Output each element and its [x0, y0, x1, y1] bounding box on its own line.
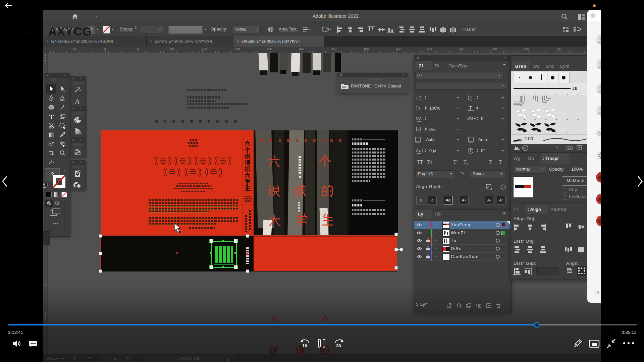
svg-text:a: a: [419, 149, 421, 153]
svg-text:VA: VA: [468, 117, 473, 121]
svg-text:A: A: [416, 148, 419, 153]
svg-text:V: V: [416, 117, 419, 121]
svg-text:cc: cc: [523, 146, 527, 150]
svg-text:T: T: [470, 149, 472, 153]
svg-text:iR: iR: [595, 290, 599, 295]
svg-text:A: A: [470, 98, 472, 101]
svg-text:10: 10: [302, 343, 307, 348]
svg-text:T: T: [416, 97, 418, 101]
svg-text:A: A: [487, 185, 489, 189]
svg-text:g: g: [490, 187, 492, 190]
svg-text:T: T: [419, 96, 422, 101]
svg-text:30: 30: [336, 343, 341, 348]
svg-text:i: i: [502, 185, 503, 189]
svg-text:T: T: [418, 106, 421, 111]
svg-text:A: A: [74, 98, 79, 105]
svg-text:a: a: [417, 128, 419, 131]
svg-text:A: A: [419, 117, 422, 121]
svg-text:T: T: [469, 106, 472, 111]
